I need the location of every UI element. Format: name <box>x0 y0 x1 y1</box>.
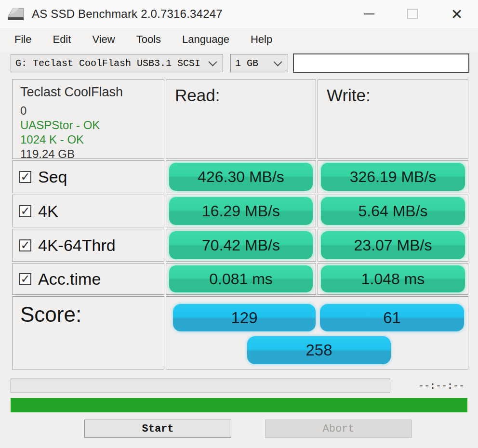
progress-bar <box>11 379 390 393</box>
acctime-read-cell: 0.081 ms <box>166 263 316 295</box>
seq-write-value: 326.19 MB/s <box>321 163 465 191</box>
minimize-button[interactable] <box>356 0 383 28</box>
drive-name: Teclast CoolFlash <box>20 85 164 100</box>
menu-file[interactable]: File <box>14 33 31 46</box>
drive-info-line: 0 <box>20 104 164 118</box>
overall-progress-bar <box>11 398 467 412</box>
start-button[interactable]: Start <box>84 420 231 438</box>
seq-write-cell: 326.19 MB/s <box>318 160 468 193</box>
seq-read-value: 426.30 MB/s <box>169 163 313 191</box>
menu-help[interactable]: Help <box>251 33 272 46</box>
menu-bar: File Edit View Tools Language Help <box>0 28 478 51</box>
4k-label-cell: ✓ 4K <box>12 195 164 227</box>
seq-label: Seq <box>38 168 67 186</box>
menu-view[interactable]: View <box>92 33 115 46</box>
results-grid: Teclast CoolFlash 0 UASPStor - OK 1024 K… <box>12 79 468 369</box>
4k-checkbox[interactable]: ✓ <box>19 205 31 217</box>
drive-select-value: G: Teclast CoolFlash USB3.1 SCSI <box>11 58 200 69</box>
driver-status: UASPStor - OK <box>20 118 164 132</box>
4k64-label-cell: ✓ 4K-64Thrd <box>12 229 164 262</box>
write-column-header: Write: <box>318 79 468 159</box>
score-write-value: 61 <box>320 304 464 331</box>
drive-select[interactable]: G: Teclast CoolFlash USB3.1 SCSI <box>11 54 223 72</box>
chevron-down-icon <box>208 57 217 66</box>
test-size-select[interactable]: 1 GB <box>230 54 288 72</box>
app-hdd-icon <box>6 6 26 22</box>
4k-write-cell: 5.64 MB/s <box>318 195 468 227</box>
alignment-status: 1024 K - OK <box>20 132 164 147</box>
4k-read-value: 16.29 MB/s <box>169 197 313 225</box>
4k64-write-value: 23.07 MB/s <box>321 231 465 259</box>
score-read-value: 129 <box>173 304 316 331</box>
window-title: AS SSD Benchmark 2.0.7316.34247 <box>32 7 223 21</box>
acctime-write-cell: 1.048 ms <box>318 263 468 295</box>
4k64-write-cell: 23.07 MB/s <box>318 229 468 262</box>
4k64-checkbox[interactable]: ✓ <box>19 239 31 251</box>
seq-read-cell: 426.30 MB/s <box>166 160 316 193</box>
menu-edit[interactable]: Edit <box>53 33 71 46</box>
close-button[interactable]: ✕ <box>442 0 471 28</box>
test-size-value: 1 GB <box>231 58 258 69</box>
chevron-down-icon <box>273 57 282 66</box>
read-column-header: Read: <box>166 79 316 159</box>
score-total-value: 258 <box>247 336 391 364</box>
drive-capacity: 119.24 GB <box>20 147 164 161</box>
4k-label: 4K <box>38 202 58 221</box>
acctime-label-cell: ✓ Acc.time <box>12 263 164 295</box>
title-bar: AS SSD Benchmark 2.0.7316.34247 ✕ <box>0 0 478 28</box>
acctime-label: Acc.time <box>38 270 101 289</box>
acctime-read-value: 0.081 ms <box>169 265 313 292</box>
abort-button[interactable]: Abort <box>265 420 412 438</box>
menu-tools[interactable]: Tools <box>136 33 161 46</box>
4k-write-value: 5.64 MB/s <box>321 197 465 225</box>
4k64-read-cell: 70.42 MB/s <box>166 229 316 262</box>
seq-label-cell: ✓ Seq <box>12 160 164 193</box>
4k-read-cell: 16.29 MB/s <box>166 195 316 227</box>
score-label-cell: Score: <box>12 296 164 369</box>
4k64-label: 4K-64Thrd <box>38 236 116 255</box>
acctime-write-value: 1.048 ms <box>321 265 465 292</box>
score-panel: 129 61 258 <box>166 296 468 369</box>
acctime-checkbox[interactable]: ✓ <box>19 273 31 285</box>
maximize-button[interactable] <box>399 0 426 28</box>
empty-text-field[interactable] <box>293 53 469 73</box>
4k64-read-value: 70.42 MB/s <box>169 231 313 259</box>
maximize-icon <box>407 9 418 19</box>
drive-info-panel: Teclast CoolFlash 0 UASPStor - OK 1024 K… <box>12 79 164 159</box>
minimize-icon <box>364 13 374 14</box>
elapsed-time: --:--:-- <box>412 381 470 392</box>
seq-checkbox[interactable]: ✓ <box>19 171 31 183</box>
menu-language[interactable]: Language <box>182 33 229 46</box>
